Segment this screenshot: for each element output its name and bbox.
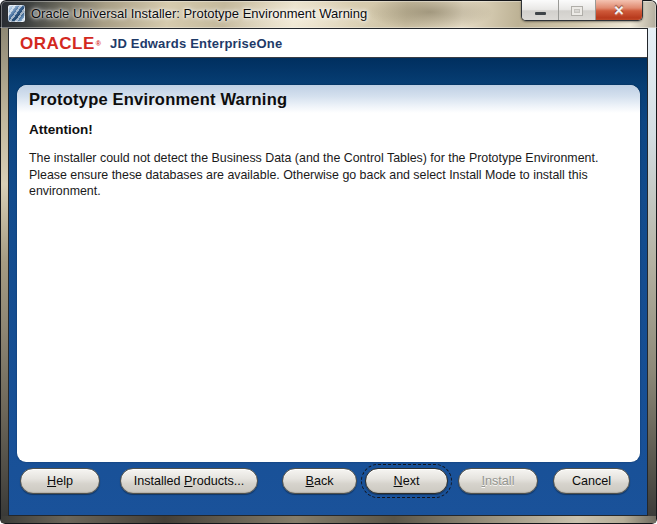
oracle-logo: ORACLE <box>20 35 95 52</box>
title-bar[interactable]: Oracle Universal Installer: Prototype En… <box>0 0 657 28</box>
minimize-icon <box>535 12 546 15</box>
close-icon: ✕ <box>614 4 625 17</box>
brand-bar: ORACLE® JD Edwards EnterpriseOne <box>9 29 647 58</box>
maximize-button[interactable] <box>559 0 596 21</box>
installer-window: Oracle Universal Installer: Prototype En… <box>0 0 657 524</box>
installer-app-icon <box>8 5 25 22</box>
warning-message-line: The installer could not detect the Busin… <box>29 150 628 167</box>
minimize-button[interactable] <box>522 0 559 21</box>
installed-products-button[interactable]: Installed Products... <box>120 468 258 494</box>
window-frame-right <box>648 28 656 516</box>
page-title: Prototype Environment Warning <box>29 90 287 109</box>
cancel-button[interactable]: Cancel <box>553 468 630 494</box>
maximize-icon <box>572 7 582 15</box>
content-panel: Prototype Environment Warning Attention!… <box>17 85 640 462</box>
product-name: JD Edwards EnterpriseOne <box>110 36 282 51</box>
window-title: Oracle Universal Installer: Prototype En… <box>31 6 367 21</box>
window-frame-bottom <box>1 516 656 523</box>
main-area: Prototype Environment Warning Attention!… <box>9 58 647 515</box>
next-button[interactable]: Next <box>365 468 448 494</box>
window-controls: ✕ <box>521 0 643 21</box>
warning-message-line: Please ensure these databases are availa… <box>29 167 628 184</box>
install-button: Install <box>458 468 538 494</box>
window-content: ORACLE® JD Edwards EnterpriseOne Prototy… <box>8 28 648 516</box>
window-frame-left <box>1 28 8 516</box>
help-button[interactable]: Help <box>20 468 100 494</box>
back-button[interactable]: Back <box>282 468 357 494</box>
oracle-trademark-icon: ® <box>96 40 101 47</box>
close-button[interactable]: ✕ <box>596 0 642 21</box>
panel-header: Prototype Environment Warning <box>17 85 640 113</box>
warning-message-line: environment. <box>29 183 628 200</box>
warning-message: The installer could not detect the Busin… <box>29 150 628 200</box>
attention-label: Attention! <box>29 122 640 137</box>
